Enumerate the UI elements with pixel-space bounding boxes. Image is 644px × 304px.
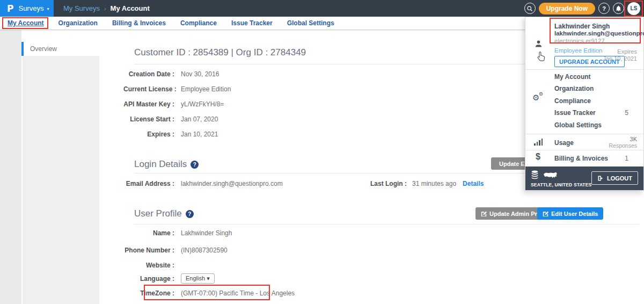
usa-map-icon bbox=[543, 171, 558, 179]
sidebar: Overview bbox=[21, 30, 99, 304]
update-email-button[interactable]: Update Em bbox=[491, 157, 526, 170]
breadcrumb-current: My Account bbox=[111, 4, 150, 12]
menu-item-compliance[interactable]: Compliance bbox=[554, 97, 591, 105]
menu-item-my-account[interactable]: My Account bbox=[554, 73, 591, 81]
person-icon bbox=[535, 40, 543, 48]
field-label: License Start : bbox=[123, 115, 174, 123]
divider bbox=[134, 224, 639, 225]
topbar-actions: Upgrade Now ? LS bbox=[524, 0, 640, 17]
database-icon bbox=[531, 170, 539, 179]
menu-item-billing-invoices[interactable]: Billing & Invoices bbox=[554, 155, 608, 162]
field-label: Expires : bbox=[123, 131, 174, 138]
field-row-website: Website : bbox=[123, 262, 181, 269]
chevron-down-icon: ▾ bbox=[47, 6, 49, 11]
topbar: P Surveys ▾ My Surveys › My Account Upgr… bbox=[0, 0, 644, 17]
license-edition-link[interactable]: Employee Edition bbox=[554, 47, 603, 54]
user-avatar[interactable]: LS bbox=[627, 2, 640, 15]
field-row-license-start: License Start : Jan 07, 2020 bbox=[123, 115, 218, 123]
divider bbox=[525, 150, 643, 150]
field-value: (IN)8087302590 bbox=[181, 247, 228, 254]
field-row-language: Language : English ▾ bbox=[123, 273, 215, 284]
usage-stats: 3K Responses bbox=[609, 136, 637, 149]
profile-name: Lakhwinder Singh bbox=[554, 23, 610, 30]
last-login-value: 31 minutes ago bbox=[412, 180, 456, 187]
menu-item-usage[interactable]: Usage bbox=[554, 139, 574, 147]
sidebar-item-label: Overview bbox=[30, 45, 57, 53]
page-title: Customer ID : 2854389 | Org ID : 2784349 bbox=[134, 47, 306, 58]
logout-button[interactable]: LOGOUT bbox=[591, 171, 638, 185]
tab-billing-invoices[interactable]: Billing & Invoices bbox=[112, 19, 166, 27]
sidebar-background bbox=[23, 56, 99, 304]
license-expiry: Expires Jan 10, 2021 bbox=[603, 48, 637, 62]
dollar-icon: $ bbox=[536, 152, 540, 162]
last-login-details-link[interactable]: Details bbox=[463, 180, 484, 187]
field-value: yL/WzFkYH/8= bbox=[181, 100, 224, 108]
search-button[interactable] bbox=[524, 3, 536, 14]
last-login-row: Last Login : 31 minutes ago Details bbox=[370, 180, 484, 187]
language-select[interactable]: English ▾ bbox=[181, 273, 215, 284]
field-value: Jan 07, 2020 bbox=[181, 115, 218, 123]
questionpro-logo-icon: P bbox=[7, 3, 13, 14]
bar-chart-icon bbox=[534, 139, 543, 146]
field-row-email: Email Address : lakhwinder.singh@questio… bbox=[123, 180, 283, 187]
field-label: Phone Number : bbox=[123, 247, 174, 254]
profile-dropdown: Lakhwinder Singh lakhwinder.singh@questi… bbox=[525, 17, 644, 191]
breadcrumb-parent[interactable]: My Surveys bbox=[63, 4, 100, 12]
profile-username: electronics.er9127 bbox=[554, 38, 605, 44]
settings-gears-icon-small: ⚙ bbox=[539, 91, 543, 97]
field-value: Lakhwinder Singh bbox=[181, 229, 232, 237]
field-label: API Master Key : bbox=[123, 100, 174, 108]
upgrade-now-button[interactable]: Upgrade Now bbox=[539, 3, 595, 15]
tab-organization[interactable]: Organization bbox=[58, 19, 98, 27]
login-details-title: Login Details ? bbox=[134, 159, 199, 170]
menu-item-global-settings[interactable]: Global Settings bbox=[554, 121, 602, 129]
field-label: Language : bbox=[123, 275, 174, 283]
field-value: Jan 10, 2021 bbox=[181, 131, 218, 138]
divider bbox=[525, 69, 643, 70]
edit-user-details-button[interactable]: Edit User Details bbox=[537, 207, 603, 220]
sidebar-item-overview[interactable]: Overview bbox=[21, 42, 99, 56]
tab-compliance[interactable]: Compliance bbox=[180, 19, 217, 27]
field-value: Employee Edition bbox=[181, 85, 231, 93]
field-label: Website : bbox=[123, 262, 174, 269]
menu-item-organization[interactable]: Organization bbox=[554, 85, 594, 92]
edit-icon bbox=[481, 211, 487, 216]
divider bbox=[525, 134, 643, 134]
field-row-timezone: TimeZone : (GMT-07:00) Pacific Time - Lo… bbox=[123, 289, 295, 297]
edit-icon bbox=[543, 211, 548, 216]
app-screen: Overview Customer ID : 2854389 | Org ID … bbox=[0, 0, 644, 304]
breadcrumb: My Surveys › My Account bbox=[63, 0, 150, 17]
issue-tracker-count: 5 bbox=[625, 109, 628, 117]
field-row-current-license: Current License : Employee Edition bbox=[123, 85, 231, 93]
field-value: lakhwinder.singh@questionpro.com bbox=[181, 180, 283, 187]
product-switcher[interactable]: P Surveys ▾ bbox=[0, 0, 54, 17]
bell-icon bbox=[616, 5, 621, 12]
field-value: (GMT-07:00) Pacific Time - Los Angeles bbox=[181, 289, 295, 297]
profile-dropdown-footer: SEATTLE, UNITED STATES LOGOUT bbox=[525, 167, 643, 190]
field-label: Current License : bbox=[123, 85, 174, 93]
field-value: Nov 30, 2016 bbox=[181, 70, 219, 78]
breadcrumb-separator: › bbox=[104, 5, 106, 12]
user-profile-title: User Profile ? bbox=[134, 208, 194, 219]
field-label: Name : bbox=[123, 229, 174, 237]
help-button[interactable]: ? bbox=[598, 3, 610, 14]
field-label: Creation Date : bbox=[123, 70, 174, 78]
billing-count: 1 bbox=[625, 155, 628, 162]
notifications-button[interactable] bbox=[613, 3, 624, 14]
menu-item-issue-tracker[interactable]: Issue Tracker bbox=[554, 109, 596, 117]
help-icon[interactable]: ? bbox=[191, 161, 199, 169]
field-row-name: Name : Lakhwinder Singh bbox=[123, 229, 232, 237]
help-icon[interactable]: ? bbox=[186, 210, 194, 218]
profile-email: lakhwinder.singh@questionpro.com bbox=[554, 30, 644, 37]
tab-issue-tracker[interactable]: Issue Tracker bbox=[231, 19, 273, 27]
tab-global-settings[interactable]: Global Settings bbox=[287, 19, 334, 27]
search-icon bbox=[526, 5, 533, 12]
field-label: TimeZone : bbox=[123, 289, 174, 297]
server-location: SEATTLE, UNITED STATES bbox=[531, 182, 592, 187]
logout-icon bbox=[597, 175, 604, 182]
field-label: Email Address : bbox=[123, 180, 174, 187]
last-login-label: Last Login : bbox=[370, 180, 407, 187]
field-row-phone: Phone Number : (IN)8087302590 bbox=[123, 247, 228, 254]
field-row-expires: Expires : Jan 10, 2021 bbox=[123, 131, 218, 138]
tab-my-account[interactable]: My Account bbox=[8, 19, 44, 27]
